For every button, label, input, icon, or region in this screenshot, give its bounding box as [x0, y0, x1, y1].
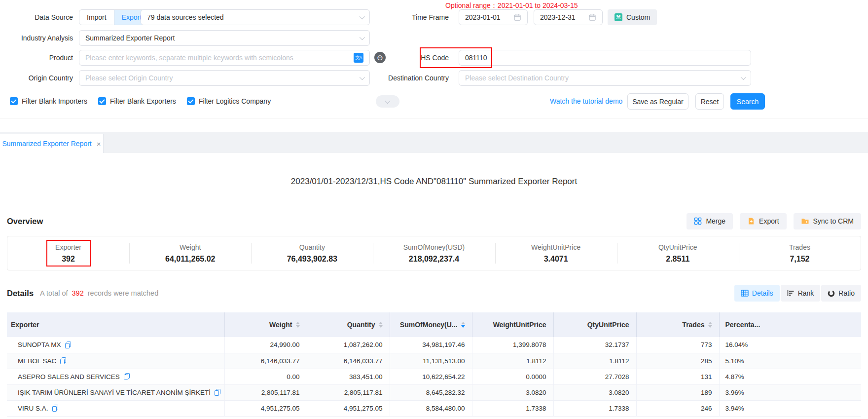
stat-sum-of-money: SumOfMoney(USD) 218,092,237.4	[373, 236, 495, 270]
export-button[interactable]: Export	[740, 213, 786, 229]
collapse-filters-button[interactable]	[376, 95, 399, 108]
filter-blank-importers-checkbox[interactable]: Filter Blank Importers	[10, 97, 87, 105]
stat-value: 392	[62, 255, 75, 264]
quantity-cell: 383,451.00	[307, 369, 390, 384]
copy-icon[interactable]	[215, 389, 220, 396]
col-header-weight-unit-price: WeightUnitPrice	[472, 312, 553, 337]
ratio-view-button[interactable]: Ratio	[821, 285, 861, 302]
trades-cell: 131	[636, 369, 719, 384]
stat-value: 2.8511	[666, 255, 689, 264]
industry-analysis-value: Summarized Exporter Report	[85, 34, 356, 42]
data-source-select[interactable]: 79 data sources selected	[141, 9, 370, 25]
summary-count: 392	[71, 289, 85, 297]
reset-button[interactable]: Reset	[695, 93, 724, 110]
search-button[interactable]: Search	[730, 93, 765, 110]
merge-button[interactable]: Merge	[687, 213, 733, 229]
calendar-icon[interactable]	[588, 13, 596, 21]
details-summary: A total of 392 records were matched	[40, 289, 158, 297]
percentage-cell: 3.94%	[719, 400, 861, 416]
quantity-cell: 4,951,275.05	[307, 400, 390, 416]
table-row: SUNOPTA MX 24,990.00 1,087,262.00 34,981…	[7, 337, 861, 353]
sum-of-money-cell: 8,645,282.32	[390, 384, 472, 400]
weight-cell: 2,805,117.81	[224, 384, 307, 400]
synonym-icon[interactable]	[374, 52, 386, 63]
tutorial-demo-link[interactable]: Watch the tutorial demo	[550, 93, 622, 110]
destination-country-select[interactable]: Please select Destination Country	[459, 70, 751, 86]
stat-exporter: Exporter 392	[7, 236, 129, 270]
qty-unit-price-cell: 27.7028	[553, 369, 636, 384]
save-as-regular-button[interactable]: Save as Regular	[627, 93, 688, 110]
tab-label: Summarized Exporter Report	[2, 140, 91, 148]
stat-label: Weight	[180, 243, 201, 251]
sync-to-crm-button[interactable]: Sync to CRM	[794, 213, 861, 229]
import-toggle[interactable]: Import	[79, 10, 114, 25]
industry-analysis-select[interactable]: Summarized Exporter Report	[79, 30, 370, 46]
exporter-cell: SUNOPTA MX	[7, 337, 224, 353]
table-row: ASEPRO SALES AND SERVICES 0.00 383,451.0…	[7, 369, 861, 384]
origin-country-label: Origin Country	[0, 70, 73, 86]
stat-value: 3.4071	[544, 255, 568, 264]
custom-range-button[interactable]: Custom	[608, 9, 657, 25]
sum-of-money-cell: 34,981,197.46	[390, 337, 472, 353]
end-date-input[interactable]: 2023-12-31	[534, 9, 603, 25]
details-view-button[interactable]: Details	[734, 285, 780, 302]
copy-icon[interactable]	[65, 342, 71, 348]
sort-icon[interactable]	[296, 322, 300, 328]
sort-icon[interactable]	[379, 322, 383, 328]
filter-blank-exporters-checkbox[interactable]: Filter Blank Exporters	[98, 97, 176, 105]
summary-prefix: A total of	[40, 289, 68, 297]
product-input[interactable]	[85, 54, 354, 62]
stat-label: Exporter	[55, 243, 81, 251]
col-header-qty-unit-price: QtyUnitPrice	[553, 312, 636, 337]
table-header-row: Exporter Weight Quantity SumOfMoney(U...…	[7, 312, 861, 337]
exporter-cell: MEBOL SAC	[7, 353, 224, 369]
data-source-toggle: Import Export	[79, 9, 149, 25]
col-header-sum-of-money[interactable]: SumOfMoney(U...	[390, 312, 472, 337]
table-row: MEBOL SAC 6,146,033.77 6,146,033.77 11,1…	[7, 353, 861, 369]
rank-bars-icon	[787, 290, 795, 297]
exporter-cell: VIRU S.A.	[7, 400, 224, 416]
col-header-trades[interactable]: Trades	[636, 312, 719, 337]
stat-value: 218,092,237.4	[409, 255, 459, 264]
chevron-down-icon	[360, 14, 365, 19]
destination-country-placeholder: Please select Destination Country	[465, 74, 737, 82]
weight-cell: 4,951,275.05	[224, 400, 307, 416]
col-header-exporter: Exporter	[7, 312, 224, 337]
col-header-weight[interactable]: Weight	[224, 312, 307, 337]
stat-label: Trades	[789, 243, 810, 251]
trades-cell: 246	[636, 400, 719, 416]
table-icon	[741, 290, 749, 297]
sort-icon-active-desc[interactable]	[461, 322, 465, 328]
close-icon[interactable]	[97, 140, 101, 148]
copy-icon[interactable]	[60, 357, 66, 364]
end-date-value: 2023-12-31	[540, 13, 584, 21]
filter-checkbox-row: Filter Blank Importers Filter Blank Expo…	[10, 97, 271, 105]
tab-strip: Summarized Exporter Report	[0, 132, 868, 153]
exporter-cell: IŞIK TARIM ÜRÜNLERİ SANAYİ VE TİCARET AN…	[7, 384, 224, 400]
quantity-cell: 6,146,033.77	[307, 353, 390, 369]
copy-icon[interactable]	[52, 405, 58, 412]
industry-analysis-label: Industry Analysis	[0, 30, 73, 46]
stat-value: 7,152	[790, 255, 809, 264]
trades-cell: 285	[636, 353, 719, 369]
copy-icon[interactable]	[124, 373, 130, 380]
rank-view-button[interactable]: Rank	[781, 285, 821, 302]
filter-logitics-company-checkbox[interactable]: Filter Logitics Company	[187, 97, 271, 105]
trades-cell: 189	[636, 384, 719, 400]
start-date-input[interactable]: 2023-01-01	[459, 9, 528, 25]
tab-summarized-exporter-report[interactable]: Summarized Exporter Report	[0, 134, 104, 153]
origin-country-select[interactable]: Please select Origin Country	[79, 70, 370, 86]
sort-icon[interactable]	[708, 322, 712, 328]
calendar-icon[interactable]	[513, 13, 521, 21]
hs-code-input[interactable]	[465, 54, 745, 62]
weight-cell: 24,990.00	[224, 337, 307, 353]
sum-of-money-cell: 11,131,513.00	[390, 353, 472, 369]
origin-country-placeholder: Please select Origin Country	[85, 74, 356, 82]
crm-folder-icon	[801, 217, 809, 225]
checkbox-checked-icon	[187, 97, 195, 105]
qty-unit-price-cell: 3.0820	[553, 384, 636, 400]
translate-icon[interactable]	[354, 53, 363, 63]
col-header-percentage: Percenta...	[719, 312, 861, 337]
col-header-quantity[interactable]: Quantity	[307, 312, 390, 337]
start-date-value: 2023-01-01	[465, 13, 509, 21]
